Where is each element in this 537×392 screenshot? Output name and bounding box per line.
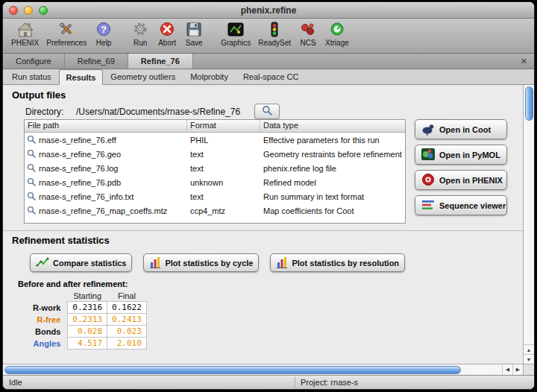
title-bar[interactable]: phenix.refine: [3, 2, 534, 19]
file-format: text: [187, 164, 260, 173]
xtriage-icon: [328, 21, 346, 39]
main-toolbar: PHENIX Preferences ? Help Run Abort: [3, 19, 534, 54]
scroll-down-arrow-icon[interactable]: ▼: [524, 354, 534, 364]
button-label: Open in PyMOL: [439, 151, 500, 159]
vertical-scrollbar[interactable]: ▲ ▼: [523, 85, 534, 364]
plot-statistics-by-resolution-button[interactable]: Plot statistics by resolution: [270, 253, 405, 272]
stats-row-r-work: R-work 0.2316 0.1622: [31, 302, 146, 314]
toolbar-label: NCS: [301, 39, 316, 47]
run-gear-icon: [131, 21, 149, 39]
tab-run-status[interactable]: Run status: [4, 69, 59, 84]
tab-molprobity[interactable]: Molprobity: [183, 69, 236, 84]
sequence-viewer-button[interactable]: Sequence viewer: [415, 195, 507, 215]
status-text: Idle: [9, 378, 22, 387]
status-divider: [295, 377, 295, 388]
graphics-icon: [227, 21, 245, 39]
readyset-icon: [266, 21, 283, 39]
stat-label: R-free: [31, 314, 68, 326]
toolbar-xtriage[interactable]: Xtriage: [321, 20, 353, 47]
file-path: rnase-s_refine_76.log: [39, 164, 118, 173]
bar-chart-icon: [149, 256, 161, 270]
button-label: Plot statistics by cycle: [165, 259, 253, 268]
browse-directory-button[interactable]: [254, 104, 280, 119]
button-label: Compare statistics: [53, 259, 126, 268]
statistics-buttons-row: Compare statistics Plot statistics by cy…: [30, 253, 405, 272]
minimize-window-button[interactable]: [24, 6, 33, 15]
table-row[interactable]: rnase-s_refine_76.eff PHIL Effective par…: [25, 133, 405, 147]
scroll-left-arrow-icon[interactable]: ◀: [502, 364, 512, 375]
table-row[interactable]: rnase-s_refine_76.log text phenix.refine…: [25, 161, 405, 175]
tab-configure[interactable]: Configure: [3, 54, 65, 69]
tab-refine-76[interactable]: Refine_76: [128, 54, 193, 69]
file-format: ccp4_mtz: [187, 206, 260, 215]
file-data-type: Geometry restraints before refinement: [260, 150, 405, 159]
refinement-stats-table: Starting Final R-work 0.2316 0.1622 R-fr…: [31, 291, 147, 350]
close-window-button[interactable]: [9, 6, 18, 15]
open-buttons-column: Open in Coot Open in PyMOL Open in PHENI…: [415, 119, 507, 215]
horizontal-scrollbar-thumb[interactable]: [4, 366, 461, 374]
open-in-coot-button[interactable]: Open in Coot: [415, 119, 507, 139]
toolbar-run[interactable]: Run: [127, 20, 154, 47]
stats-col-final: Final: [107, 291, 147, 302]
table-row[interactable]: rnase-s_refine_76.pdb unknown Refined mo…: [25, 175, 405, 189]
vertical-scrollbar-thumb[interactable]: [525, 86, 533, 121]
scroll-up-arrow-icon[interactable]: ▲: [524, 344, 534, 354]
tab-real-space-cc[interactable]: Real-space CC: [236, 69, 307, 84]
file-path: rnase-s_refine_76_map_coeffs.mtz: [39, 206, 167, 215]
stat-final-value: 0.2413: [107, 314, 147, 326]
file-data-type: Run summary in text format: [260, 192, 405, 201]
plot-statistics-by-cycle-button[interactable]: Plot statistics by cycle: [143, 253, 259, 272]
column-header-data-type[interactable]: Data type: [260, 120, 405, 132]
tab-results[interactable]: Results: [59, 69, 104, 85]
column-header-file-path[interactable]: File path: [25, 120, 187, 132]
pymol-icon: [421, 148, 436, 162]
toolbar-label: Save: [186, 39, 203, 47]
abort-icon: [158, 21, 176, 39]
toolbar-help[interactable]: ? Help: [90, 20, 117, 47]
document-tab-bar: Configure Refine_69 Refine_76 ✕: [3, 54, 534, 69]
results-panel: Output files Directory: /Users/nat/Docum…: [3, 85, 534, 375]
compare-icon: [36, 256, 49, 270]
output-files-heading: Output files: [12, 89, 66, 101]
table-row[interactable]: rnase-s_refine_76_map_coeffs.mtz ccp4_mt…: [25, 203, 405, 218]
toolbar-abort[interactable]: Abort: [154, 20, 180, 47]
scroll-right-arrow-icon[interactable]: ▶: [512, 364, 523, 375]
stat-starting-value: 0.028: [68, 326, 107, 338]
close-tab-icon[interactable]: ✕: [514, 54, 534, 69]
scrollbar-corner: [523, 364, 534, 375]
tab-refine-69[interactable]: Refine_69: [65, 54, 128, 69]
table-row[interactable]: rnase-s_refine_76_info.txt text Run summ…: [25, 189, 405, 203]
toolbar-label: Run: [134, 39, 147, 47]
help-icon: ?: [95, 21, 113, 39]
output-files-table[interactable]: File path Format Data type rnase-s_refin…: [24, 119, 406, 224]
toolbar-readyset[interactable]: ReadySet: [254, 20, 295, 47]
toolbar-phenix[interactable]: PHENIX: [7, 20, 43, 47]
magnifier-icon: [27, 206, 36, 216]
stat-starting-value: 0.2313: [68, 314, 107, 326]
tab-geometry-outliers[interactable]: Geometry outliers: [103, 69, 183, 84]
toolbar-preferences[interactable]: Preferences: [43, 20, 90, 47]
button-label: Open in PHENIX: [439, 176, 503, 185]
zoom-window-button[interactable]: [39, 6, 48, 15]
phenix-refine-window: phenix.refine PHENIX Preferences ? Help: [2, 1, 535, 390]
results-tab-bar: Run status Results Geometry outliers Mol…: [3, 69, 534, 85]
phenix-home-icon: [16, 21, 34, 39]
open-in-phenix-button[interactable]: Open in PHENIX: [415, 170, 507, 190]
file-data-type: Map coefficients for Coot: [260, 206, 405, 215]
toolbar-label: ReadySet: [258, 39, 291, 47]
stat-starting-value: 4.517: [68, 338, 107, 350]
table-row[interactable]: rnase-s_refine_76.geo text Geometry rest…: [25, 147, 405, 161]
column-header-format[interactable]: Format: [187, 120, 260, 132]
compare-statistics-button[interactable]: Compare statistics: [30, 253, 132, 272]
project-label: Project: rnase-s: [301, 378, 358, 387]
toolbar-ncs[interactable]: NCS: [295, 20, 321, 47]
file-path: rnase-s_refine_76.pdb: [39, 178, 121, 187]
toolbar-save[interactable]: Save: [180, 20, 207, 47]
stats-header-row: Starting Final: [31, 291, 146, 302]
ncs-icon: [299, 21, 317, 39]
open-in-pymol-button[interactable]: Open in PyMOL: [415, 145, 507, 165]
file-data-type: Refined model: [260, 178, 405, 187]
toolbar-graphics[interactable]: Graphics: [217, 20, 254, 47]
stat-final-value: 2.010: [107, 338, 147, 350]
horizontal-scrollbar[interactable]: ◀ ▶: [3, 364, 523, 375]
